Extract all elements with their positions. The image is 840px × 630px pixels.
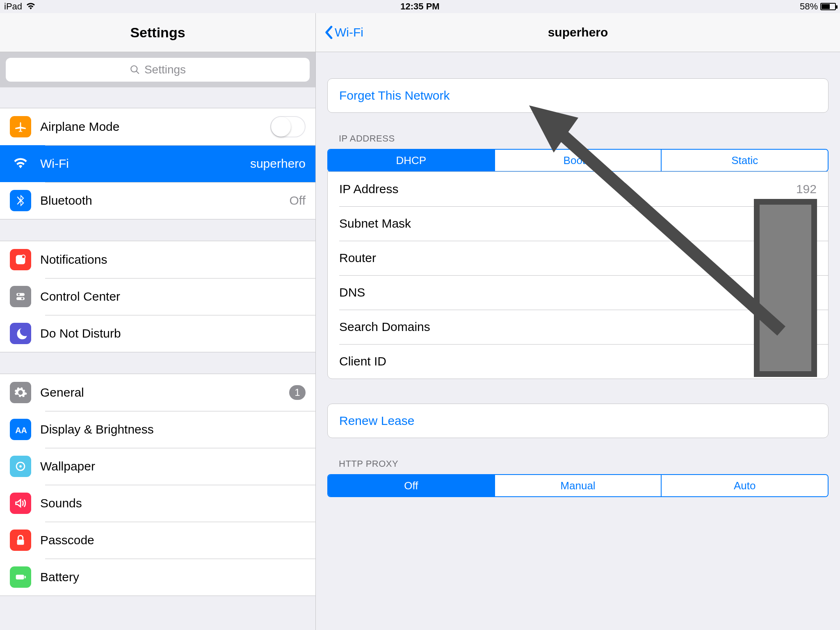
dns-row[interactable]: DNS19 xyxy=(328,275,828,310)
svg-point-6 xyxy=(18,294,20,296)
sidebar-item-bluetooth[interactable]: Bluetooth Off xyxy=(0,182,315,219)
ip-address-header: IP ADDRESS xyxy=(327,113,829,149)
back-button[interactable]: Wi-Fi xyxy=(324,25,363,39)
forget-network-button[interactable]: Forget This Network xyxy=(328,79,828,112)
subnet-mask-row[interactable]: Subnet Mask255.25 xyxy=(328,206,828,241)
settings-header: Settings xyxy=(0,13,315,52)
router-row[interactable]: Router19 xyxy=(328,241,828,275)
wifi-value: superhero xyxy=(250,157,306,171)
airplane-icon xyxy=(10,116,31,137)
battery-icon xyxy=(10,566,31,588)
sidebar-item-sounds[interactable]: Sounds xyxy=(0,485,315,522)
settings-title: Settings xyxy=(130,25,185,41)
ip-mode-segmented[interactable]: DHCP BootP Static xyxy=(327,149,829,172)
sidebar-item-control-center[interactable]: Control Center xyxy=(0,278,315,315)
status-bar: iPad 12:35 PM 58% xyxy=(0,0,840,13)
clock: 12:35 PM xyxy=(400,1,439,12)
sidebar-item-display[interactable]: AA Display & Brightness xyxy=(0,411,315,448)
sidebar-item-notifications[interactable]: Notifications xyxy=(0,241,315,278)
display-icon: AA xyxy=(10,419,31,440)
device-label: iPad xyxy=(4,1,22,12)
svg-rect-12 xyxy=(16,575,24,579)
settings-sidebar: Settings Settings Airplane Mode Wi-Fi xyxy=(0,13,316,630)
http-proxy-header: HTTP PROXY xyxy=(327,438,829,474)
search-icon xyxy=(130,64,140,75)
svg-text:AA: AA xyxy=(15,426,27,435)
sidebar-item-dnd[interactable]: Do Not Disturb xyxy=(0,315,315,352)
renew-lease-button[interactable]: Renew Lease xyxy=(328,404,828,438)
seg-static[interactable]: Static xyxy=(661,150,828,171)
search-input[interactable]: Settings xyxy=(6,58,310,82)
sidebar-item-label: Wallpaper xyxy=(40,459,306,473)
sidebar-item-label: Wi-Fi xyxy=(40,157,241,171)
sidebar-item-label: Battery xyxy=(40,570,306,584)
bluetooth-icon xyxy=(10,190,31,211)
svg-rect-13 xyxy=(25,576,26,578)
client-id-row[interactable]: Client ID xyxy=(328,344,828,379)
seg-proxy-manual[interactable]: Manual xyxy=(494,475,661,496)
svg-rect-11 xyxy=(17,540,24,545)
ip-address-row[interactable]: IP Address192 xyxy=(328,172,828,206)
sidebar-item-label: Notifications xyxy=(40,253,306,267)
wifi-icon xyxy=(10,153,31,174)
sidebar-item-label: Bluetooth xyxy=(40,194,281,208)
notifications-icon xyxy=(10,249,31,270)
svg-rect-5 xyxy=(16,297,25,300)
sidebar-item-passcode[interactable]: Passcode xyxy=(0,522,315,559)
svg-point-0 xyxy=(131,66,137,72)
seg-dhcp[interactable]: DHCP xyxy=(328,150,494,171)
detail-title: superhero xyxy=(548,25,608,39)
svg-point-3 xyxy=(22,255,25,259)
bluetooth-value: Off xyxy=(290,194,306,208)
wifi-status-icon xyxy=(26,1,35,12)
wallpaper-icon xyxy=(10,456,31,477)
battery-percent: 58% xyxy=(800,1,818,12)
sidebar-item-wallpaper[interactable]: Wallpaper xyxy=(0,448,315,485)
sidebar-item-airplane[interactable]: Airplane Mode xyxy=(0,108,315,145)
seg-proxy-auto[interactable]: Auto xyxy=(661,475,828,496)
sidebar-item-label: General xyxy=(40,386,280,399)
search-placeholder: Settings xyxy=(144,63,186,76)
seg-bootp[interactable]: BootP xyxy=(494,150,661,171)
detail-pane: Wi-Fi superhero Forget This Network IP A… xyxy=(316,13,840,630)
airplane-toggle[interactable] xyxy=(270,116,306,137)
sidebar-item-label: Sounds xyxy=(40,496,306,510)
svg-point-10 xyxy=(19,465,22,468)
sidebar-item-label: Do Not Disturb xyxy=(40,326,306,340)
back-label: Wi-Fi xyxy=(335,25,363,39)
svg-line-1 xyxy=(136,71,139,74)
control-center-icon xyxy=(10,286,31,307)
sidebar-item-wifi[interactable]: Wi-Fi superhero xyxy=(0,145,315,182)
sidebar-item-general[interactable]: General 1 xyxy=(0,374,315,411)
speaker-icon xyxy=(10,493,31,514)
svg-rect-4 xyxy=(16,293,25,296)
sidebar-item-label: Display & Brightness xyxy=(40,422,306,436)
sidebar-item-label: Airplane Mode xyxy=(40,120,261,134)
svg-point-7 xyxy=(21,298,23,300)
general-badge: 1 xyxy=(289,385,306,400)
search-domains-row[interactable]: Search Domains xyxy=(328,310,828,344)
gear-icon xyxy=(10,382,31,403)
proxy-segmented[interactable]: Off Manual Auto xyxy=(327,474,829,497)
battery-icon xyxy=(820,3,836,10)
moon-icon xyxy=(10,323,31,344)
sidebar-item-battery[interactable]: Battery xyxy=(0,559,315,596)
detail-header: Wi-Fi superhero xyxy=(316,13,840,52)
sidebar-item-label: Passcode xyxy=(40,533,306,547)
lock-icon xyxy=(10,530,31,551)
seg-proxy-off[interactable]: Off xyxy=(328,475,494,496)
chevron-left-icon xyxy=(324,25,333,39)
sidebar-item-label: Control Center xyxy=(40,290,306,304)
